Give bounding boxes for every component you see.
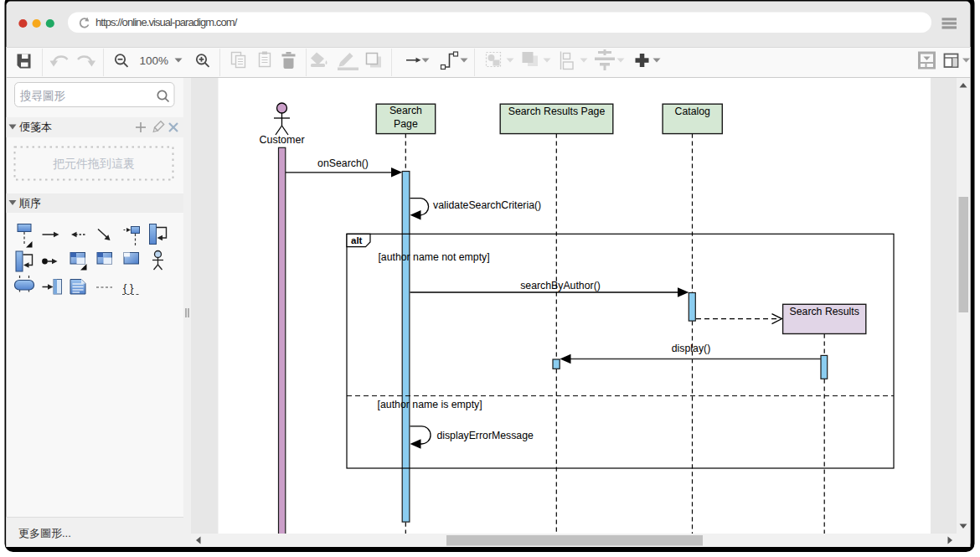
svg-text:便箋本: 便箋本 (19, 121, 52, 133)
svg-text:Search Results Page: Search Results Page (508, 106, 606, 117)
svg-text:更多圖形...: 更多圖形... (18, 527, 71, 539)
svg-text:把元件拖到這裏: 把元件拖到這裏 (53, 157, 135, 170)
svg-text:displayErrorMessage: displayErrorMessage (436, 430, 534, 441)
svg-text:Page: Page (394, 118, 418, 130)
svg-text:validateSearchCriteria(): validateSearchCriteria() (433, 199, 541, 211)
svg-text:Customer: Customer (259, 134, 304, 146)
svg-text:display(): display() (672, 343, 710, 354)
svg-text:順序: 順序 (19, 197, 41, 209)
svg-text:[author name is empty]: [author name is empty] (378, 399, 482, 410)
svg-text:Search Results: Search Results (790, 306, 859, 317)
svg-text:{ }: { } (123, 281, 134, 294)
svg-text:Search: Search (389, 105, 422, 116)
svg-text:搜尋圖形: 搜尋圖形 (19, 90, 66, 102)
svg-text:[author name not empty]: [author name not empty] (378, 251, 489, 263)
svg-text:https://online.visual-paradigm: https://online.visual-paradigm.com/ (95, 16, 238, 28)
svg-text:onSearch(): onSearch() (317, 157, 369, 169)
svg-text:alt: alt (351, 235, 363, 245)
svg-text:searchByAuthor(): searchByAuthor() (520, 280, 601, 291)
svg-text:100%: 100% (140, 54, 169, 67)
svg-text:Catalog: Catalog (675, 106, 711, 117)
